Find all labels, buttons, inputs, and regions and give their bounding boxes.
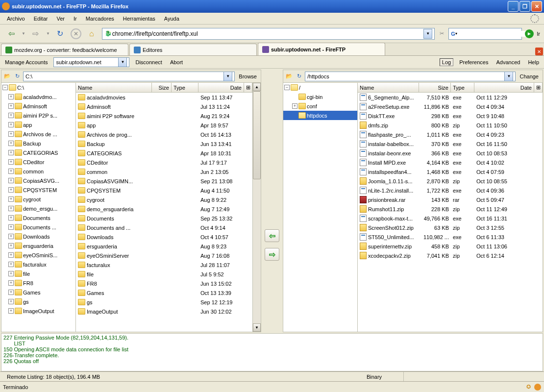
forward-button[interactable]: ⇨ bbox=[28, 26, 43, 41]
help-button[interactable]: Help bbox=[526, 58, 541, 66]
file-row[interactable]: scrapbook-max-t...49,766 KBexeOct 16 11:… bbox=[358, 214, 543, 223]
advanced-button[interactable]: Advanced bbox=[494, 58, 522, 66]
account-dropdown[interactable]: subir.uptodown.net ▼ bbox=[53, 57, 129, 67]
file-row[interactable]: CopiasASVGIMN...Sep 21 13:08 bbox=[76, 176, 252, 186]
tree-item[interactable]: +eyeOSminiS... bbox=[1, 250, 75, 260]
tree-item[interactable]: +CopiasASVG... bbox=[1, 176, 75, 185]
file-row[interactable]: FR8Jun 13 15:02 bbox=[76, 279, 252, 288]
file-row[interactable]: DiskTT.exe298 KBexeOct 9 10:48 bbox=[358, 111, 543, 121]
tree-item[interactable]: +ImageOutput bbox=[1, 306, 75, 316]
firefox-status-icon[interactable] bbox=[534, 384, 541, 391]
maximize-button[interactable]: ❐ bbox=[519, 1, 530, 12]
menu-ver[interactable]: Ver bbox=[52, 15, 69, 23]
reload-button[interactable]: ↻ bbox=[53, 26, 68, 41]
tree-item[interactable]: +Downloads bbox=[1, 232, 75, 241]
tree-item[interactable]: +acaladvdmo... bbox=[1, 92, 75, 101]
col-type[interactable]: Type bbox=[172, 83, 198, 92]
tree-item[interactable]: +cygroot bbox=[1, 195, 75, 204]
remote-tree[interactable]: −/cgi-bin+confhttpdocs bbox=[283, 83, 358, 332]
tree-item[interactable]: +CPQSYSTEM bbox=[1, 185, 75, 195]
col-config-icon[interactable]: ⊞ bbox=[534, 83, 543, 92]
tree-item[interactable]: +Documents bbox=[1, 213, 75, 222]
dropdown-icon[interactable]: ▼ bbox=[504, 72, 513, 81]
file-row[interactable]: gsSep 12 12:19 bbox=[76, 297, 252, 307]
manage-accounts-button[interactable]: Manage Accounts bbox=[3, 58, 49, 66]
file-row[interactable]: CDeditorJul 17 9:17 bbox=[76, 158, 252, 167]
tree-item[interactable]: +Documents ... bbox=[1, 222, 75, 232]
menu-herramientas[interactable]: Herramientas bbox=[119, 15, 159, 23]
file-row[interactable]: CATEGORIASApr 18 10:31 bbox=[76, 148, 252, 158]
file-row[interactable]: prisionbreak.rar143 KBrarOct 5 09:47 bbox=[358, 195, 543, 204]
go-button[interactable]: ▸ bbox=[525, 29, 534, 38]
tab-editores[interactable]: Editores bbox=[129, 44, 257, 55]
tree-item[interactable]: +Archivos de ... bbox=[1, 129, 75, 139]
file-row[interactable]: eyeOSminiServerAug 7 16:08 bbox=[76, 251, 252, 260]
stop-button[interactable]: ✕ bbox=[71, 28, 81, 39]
col-config-icon[interactable]: ⊞ bbox=[244, 83, 252, 92]
file-row[interactable]: ST550_Unlimited...110,982 ...exeOct 6 11… bbox=[358, 232, 543, 242]
file-row[interactable]: ersguarderiaAug 8 9:23 bbox=[76, 242, 252, 251]
minimize-button[interactable]: _ bbox=[508, 1, 519, 12]
file-row[interactable]: BackupJun 13 13:41 bbox=[76, 139, 252, 148]
tab-fireftp[interactable]: subir.uptodown.net - FireFTP bbox=[258, 43, 385, 55]
remote-path-input[interactable]: /httpdocs ▼ bbox=[305, 72, 516, 81]
local-path-input[interactable]: C:\ ▼ bbox=[23, 72, 235, 81]
abort-button[interactable]: Abort bbox=[168, 58, 185, 66]
scroll-down-icon[interactable]: ▼ bbox=[253, 323, 261, 332]
tree-item[interactable]: +conf bbox=[283, 101, 357, 111]
tree-item[interactable]: cgi-bin bbox=[283, 92, 357, 101]
file-row[interactable]: appApr 18 9:57 bbox=[76, 121, 252, 130]
upload-button[interactable]: ⇨ bbox=[265, 248, 279, 261]
close-button[interactable]: ✕ bbox=[531, 1, 542, 12]
file-row[interactable]: flashpaste_pro_...1,011 KBexeOct 4 09:23 bbox=[358, 130, 543, 139]
file-row[interactable]: acaladvdmoviesSep 11 13:47 bbox=[76, 93, 252, 102]
download-button[interactable]: ⇦ bbox=[265, 229, 279, 242]
home-button[interactable]: ⌂ bbox=[84, 26, 99, 41]
file-row[interactable]: aimini P2P softwareAug 21 9:24 bbox=[76, 111, 252, 121]
up-folder-icon[interactable]: 📂 bbox=[285, 73, 293, 80]
file-row[interactable]: instalar-beonr.exe366 KBexeOct 10 08:53 bbox=[358, 148, 543, 158]
tree-item[interactable]: +file bbox=[1, 269, 75, 278]
tree-item[interactable]: +Backup bbox=[1, 139, 75, 148]
tab-close-button[interactable]: ✕ bbox=[535, 48, 543, 55]
file-row[interactable]: fileJul 5 9:52 bbox=[76, 270, 252, 279]
menu-editar[interactable]: Editar bbox=[30, 15, 52, 23]
file-row[interactable]: facturaluxJul 28 11:07 bbox=[76, 260, 252, 270]
tree-item[interactable]: +Adminsoft bbox=[1, 101, 75, 111]
tree-item[interactable]: +app bbox=[1, 120, 75, 129]
col-type[interactable]: Type bbox=[451, 83, 474, 92]
url-input[interactable] bbox=[112, 30, 423, 37]
url-bar[interactable]: 🐉 ▼ bbox=[102, 28, 435, 40]
refresh-icon[interactable]: ↻ bbox=[295, 73, 303, 80]
dropdown-icon[interactable]: ▼ bbox=[118, 57, 127, 67]
file-row[interactable]: Rumshot11.zip228 KBzipOct 11 12:49 bbox=[358, 204, 543, 214]
tree-item[interactable]: +ersguarderia bbox=[1, 241, 75, 250]
col-size[interactable]: Size bbox=[152, 83, 172, 92]
menu-ir[interactable]: Ir bbox=[70, 15, 81, 23]
col-date[interactable]: Date bbox=[198, 83, 244, 92]
file-row[interactable]: 6_Segmento_Alp...7,510 KBexeOct 11 12:29 bbox=[358, 93, 543, 102]
search-box[interactable]: G▾ bbox=[448, 28, 522, 40]
file-row[interactable]: ImageOutputJun 30 12:02 bbox=[76, 307, 252, 316]
scroll-thumb[interactable] bbox=[253, 91, 261, 179]
extension-icon[interactable]: ✪ bbox=[524, 383, 532, 391]
tab-mozdev[interactable]: mozdev.org - converter: feedback/welcome bbox=[1, 44, 128, 55]
tree-item[interactable]: +common bbox=[1, 167, 75, 176]
file-row[interactable]: xcodecpackv2.zip7,041 KBzipOct 6 12:14 bbox=[358, 251, 543, 260]
tree-root[interactable]: −/ bbox=[283, 83, 357, 92]
change-button[interactable]: Change bbox=[518, 73, 541, 80]
search-input[interactable] bbox=[459, 31, 527, 37]
tree-item[interactable]: httpdocs bbox=[283, 111, 357, 120]
file-row[interactable]: superinternettv.zip458 KBzipOct 11 13:06 bbox=[358, 242, 543, 251]
menu-archivo[interactable]: Archivo bbox=[3, 15, 29, 23]
up-folder-icon[interactable]: 📂 bbox=[3, 73, 11, 80]
file-row[interactable]: CPQSYSTEMAug 4 11:50 bbox=[76, 186, 252, 195]
tree-item[interactable]: +facturalux bbox=[1, 260, 75, 269]
col-name[interactable]: Name bbox=[76, 83, 152, 92]
file-row[interactable]: installspeedfan4...1,468 KBexeOct 4 07:5… bbox=[358, 167, 543, 176]
back-button[interactable]: ⇦ bbox=[4, 26, 19, 41]
refresh-icon[interactable]: ↻ bbox=[13, 73, 21, 80]
tree-item[interactable]: +Games bbox=[1, 288, 75, 297]
file-row[interactable]: DocumentsSep 25 13:32 bbox=[76, 214, 252, 223]
local-tree[interactable]: −C:\+acaladvdmo...+Adminsoft+aimini P2P … bbox=[1, 83, 76, 332]
